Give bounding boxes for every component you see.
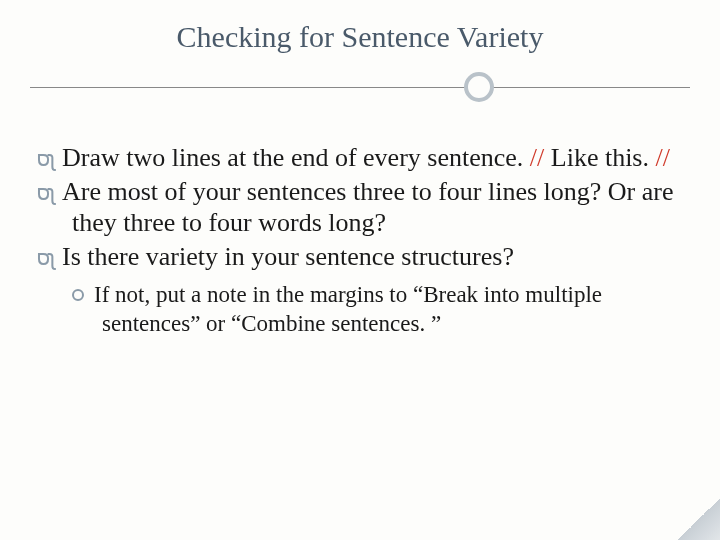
bullet-2: סʅAre most of your sentences three to fo… [36,176,684,239]
swirl-bullet-icon: סʅ [36,180,54,205]
divider-line [30,87,690,88]
bullet-3-text: Is there variety in your sentence struct… [62,242,514,271]
divider [30,72,690,102]
bullet-3: סʅIs there variety in your sentence stru… [36,241,684,273]
slide: Checking for Sentence Variety סʅDraw two… [0,0,720,540]
swirl-bullet-icon: סʅ [36,146,54,171]
hollow-circle-bullet-icon [72,289,84,301]
bullet-1-red-b: // [656,143,670,172]
divider-circle-icon [464,72,494,102]
title-area: Checking for Sentence Variety [30,20,690,102]
bullet-1-text-a: Draw two lines at the end of every sente… [62,143,530,172]
bullet-1-red-a: // [530,143,544,172]
sub-bullet-1: If not, put a note in the margins to “Br… [36,281,684,339]
bullet-1: סʅDraw two lines at the end of every sen… [36,142,684,174]
content-area: סʅDraw two lines at the end of every sen… [30,142,690,338]
bullet-1-text-b: Like this. [544,143,655,172]
page-curl-icon [678,498,720,540]
swirl-bullet-icon: סʅ [36,245,54,270]
sub-bullet-1-text: If not, put a note in the margins to “Br… [94,282,602,336]
bullet-2-text: Are most of your sentences three to four… [62,177,674,238]
